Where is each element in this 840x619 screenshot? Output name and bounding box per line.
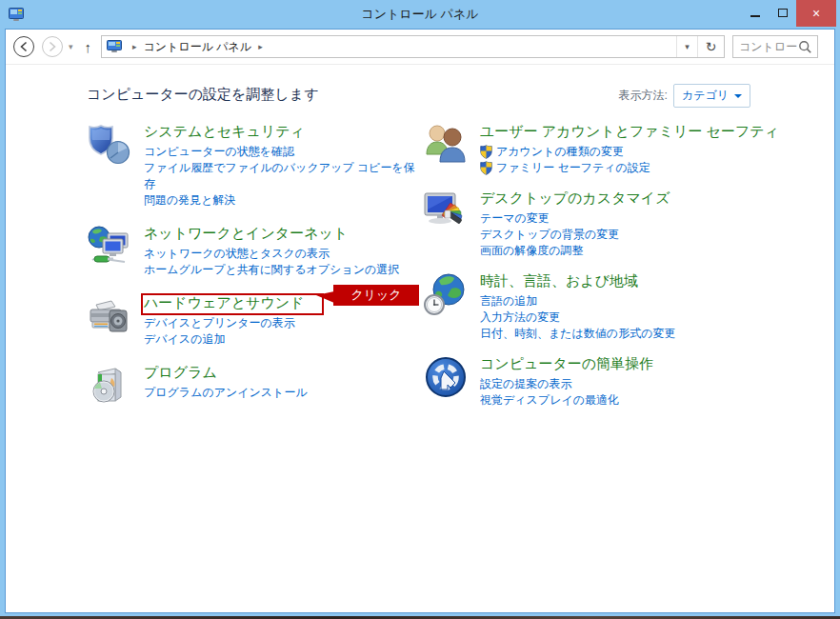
page-title: コンピューターの設定を調整します [87, 86, 319, 104]
uac-shield-icon [480, 145, 492, 159]
forward-arrow-icon [47, 41, 58, 52]
category-system-security[interactable]: システムとセキュリティ [144, 122, 305, 141]
category-ease-of-access[interactable]: コンピューターの簡単操作 [480, 354, 653, 373]
ease-of-access-icon [423, 354, 469, 400]
link-add-language[interactable]: 言語の追加 [480, 293, 675, 310]
window-content: ▾ ↑ ▸ コントロール パネル ▸ ▾ ↻ [5, 29, 835, 613]
titlebar: コントロール パネル × [0, 0, 840, 29]
link-family-safety-settings[interactable]: ファミリー セーフティの設定 [480, 160, 779, 176]
category-column-right: ユーザー アカウントとファミリー セーフティ アカウントの種類の変更 [423, 122, 834, 421]
network-globe-icon [87, 224, 132, 270]
category-user-accounts-family-safety[interactable]: ユーザー アカウントとファミリー セーフティ [480, 122, 779, 141]
personalization-icon [423, 189, 469, 234]
annotation-highlight-box [141, 293, 324, 315]
link-change-date-time-formats[interactable]: 日付、時刻、または数値の形式の変更 [480, 326, 675, 342]
uac-shield-icon [480, 161, 492, 175]
maximize-button[interactable] [769, 0, 796, 25]
breadcrumb-separator-icon: ▸ [251, 42, 270, 51]
category-appearance-personalization[interactable]: デスクトップのカスタマイズ [480, 189, 670, 208]
section-user-accounts: ユーザー アカウントとファミリー セーフティ アカウントの種類の変更 [423, 122, 834, 176]
link-label: アカウントの種類の変更 [496, 144, 624, 160]
minimize-button[interactable] [741, 0, 769, 25]
link-view-network-status[interactable]: ネットワークの状態とタスクの表示 [144, 246, 399, 262]
back-button[interactable] [13, 36, 34, 57]
minimize-icon [750, 15, 760, 17]
link-check-computer-status[interactable]: コンピューターの状態を確認 [144, 144, 425, 160]
link-add-device[interactable]: デバイスの追加 [144, 331, 305, 348]
view-by-label: 表示方法: [619, 88, 668, 104]
refresh-button[interactable]: ↻ [697, 36, 724, 57]
back-arrow-icon [18, 41, 30, 52]
programs-box-icon [87, 363, 132, 409]
navigation-bar: ▾ ↑ ▸ コントロール パネル ▸ ▾ ↻ [6, 30, 834, 65]
link-uninstall-program[interactable]: プログラムのアンインストール [144, 385, 308, 401]
link-change-theme[interactable]: テーマの変更 [480, 210, 670, 227]
section-programs: プログラム プログラムのアンインストール [87, 363, 425, 409]
forward-button[interactable] [42, 36, 63, 57]
annotation-arrow-icon [316, 291, 334, 303]
link-find-fix-problems[interactable]: 問題の発見と解決 [144, 192, 425, 209]
section-appearance-personalization: デスクトップのカスタマイズ テーマの変更 デスクトップの背景の変更 画面の解像度… [423, 189, 834, 259]
section-system-security: システムとセキュリティ コンピューターの状態を確認 ファイル履歴でファイルのバッ… [87, 122, 425, 209]
window-title: コントロール パネル [0, 6, 840, 23]
security-shield-icon [87, 122, 132, 168]
link-change-input-methods[interactable]: 入力方法の変更 [480, 310, 675, 326]
annotation-click-label: クリック [333, 285, 419, 306]
search-icon [798, 40, 812, 54]
control-panel-icon [107, 40, 122, 53]
breadcrumb-control-panel[interactable]: コントロール パネル [144, 39, 252, 55]
close-button[interactable]: × [796, 0, 836, 27]
address-bar[interactable]: ▸ コントロール パネル ▸ ▾ ↻ [101, 35, 725, 58]
section-clock-language-region: 時計、言語、および地域 言語の追加 入力方法の変更 日付、時刻、または数値の形式… [423, 271, 834, 342]
dropdown-caret-icon [734, 94, 742, 98]
search-input[interactable] [739, 40, 798, 53]
view-by-value: カテゴリ [682, 88, 729, 104]
search-box[interactable] [732, 35, 818, 58]
view-by-dropdown[interactable]: カテゴリ [673, 84, 750, 108]
link-optimize-visual-display[interactable]: 視覚ディスプレイの最適化 [480, 392, 653, 409]
category-programs[interactable]: プログラム [144, 363, 217, 382]
printer-sound-icon [87, 293, 132, 339]
category-column-left: システムとセキュリティ コンピューターの状態を確認 ファイル履歴でファイルのバッ… [87, 122, 425, 424]
link-view-devices-printers[interactable]: デバイスとプリンターの表示 [144, 315, 305, 331]
up-button[interactable]: ↑ [85, 39, 92, 55]
link-change-desktop-background[interactable]: デスクトップの背景の変更 [480, 227, 670, 243]
chevron-down-icon: ▾ [685, 42, 690, 51]
user-accounts-icon [423, 122, 469, 168]
link-adjust-screen-resolution[interactable]: 画面の解像度の調整 [480, 243, 670, 259]
link-file-history-backup[interactable]: ファイル履歴でファイルのバックアップ コピーを保存 [144, 160, 425, 192]
section-network-internet: ネットワークとインターネット ネットワークの状態とタスクの表示 ホームグループと… [87, 224, 425, 278]
control-panel-home: コンピューターの設定を調整します 表示方法: カテゴリ [6, 65, 834, 612]
address-dropdown-button[interactable]: ▾ [676, 36, 697, 57]
clock-region-icon [423, 271, 469, 317]
close-icon: × [812, 6, 820, 21]
link-change-account-type[interactable]: アカウントの種類の変更 [480, 144, 779, 160]
link-homegroup-sharing-options[interactable]: ホームグループと共有に関するオプションの選択 [144, 262, 399, 278]
control-panel-window-icon [9, 7, 24, 22]
link-suggested-settings[interactable]: 設定の提案の表示 [480, 376, 653, 392]
recent-pages-dropdown[interactable]: ▾ [69, 42, 73, 51]
category-network-internet[interactable]: ネットワークとインターネット [144, 224, 348, 243]
refresh-icon: ↻ [706, 39, 717, 54]
category-clock-language-region[interactable]: 時計、言語、および地域 [480, 271, 638, 290]
maximize-icon [778, 9, 788, 17]
link-label: ファミリー セーフティの設定 [496, 160, 650, 176]
view-by-control: 表示方法: カテゴリ [619, 84, 750, 108]
section-ease-of-access: コンピューターの簡単操作 設定の提案の表示 視覚ディスプレイの最適化 [423, 354, 834, 409]
breadcrumb-separator-icon: ▸ [126, 42, 144, 51]
